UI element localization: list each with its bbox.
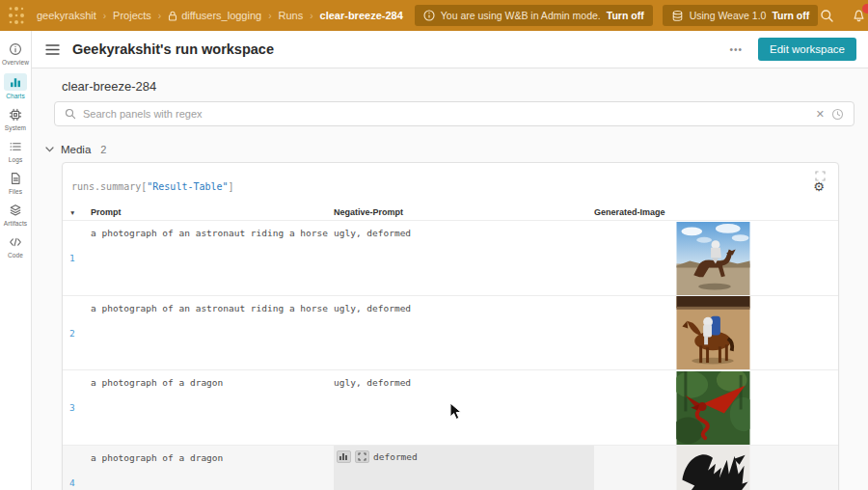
panel-query[interactable]: runs.summary["Result-Table"] [71,181,234,192]
table-row[interactable]: 2 a photograph of an astronaut riding a … [63,295,838,370]
negative-prompt-cell[interactable]: ugly, deformed [334,303,411,313]
sidebar-item-label: Files [9,188,22,195]
admin-turn-off-button[interactable]: Turn off [607,10,644,21]
wandb-logo[interactable] [0,0,33,31]
media-section-header[interactable]: Media 2 [45,144,106,155]
weave-turn-off-button[interactable]: Turn off [772,10,809,21]
hamburger-menu-icon[interactable] [45,43,60,56]
column-header-negative-prompt[interactable]: Negative-Prompt [334,207,403,217]
search-icon[interactable] [818,7,835,24]
top-navbar: geekyrakshit › Projects › diffusers_logg… [0,0,868,31]
admin-banner-text: You are using W&B in Admin mode. [441,10,601,21]
panel-search-bar: ✕ [54,101,854,126]
weave-banner-text: Using Weave 1.0 [690,10,767,21]
negative-prompt-cell[interactable]: ugly, deformed [334,228,411,238]
topbar-actions: ? [818,5,868,26]
negative-prompt-cell-hovered[interactable]: deformed [334,446,594,490]
more-options-button[interactable]: ••• [730,44,744,55]
histogram-icon[interactable] [337,450,351,463]
negative-prompt-cell[interactable]: ugly, deformed [334,377,411,388]
sidebar-item-system[interactable]: System [0,107,32,131]
sidebar-item-label: Logs [9,156,23,163]
table-header: ▼ Prompt Negative-Prompt Generated-Image [63,207,838,221]
row-index[interactable]: 4 [69,477,75,488]
info-circle-icon [7,41,24,57]
table-body: 1 a photograph of an astronaut riding a … [63,220,838,490]
lock-icon [168,11,177,21]
clear-search-icon[interactable]: ✕ [816,108,825,121]
breadcrumb-runs[interactable]: Runs [279,10,304,21]
breadcrumb-projects[interactable]: Projects [113,10,151,21]
sidebar-item-label: Code [8,252,23,259]
sidebar-item-files[interactable]: Files [0,171,32,195]
search-input[interactable] [83,108,809,120]
weave-banner: Using Weave 1.0 Turn off [663,5,819,26]
table-row[interactable]: 3 a photograph of a dragon ugly, deforme… [63,369,838,445]
breadcrumb-separator: › [158,11,161,21]
query-key: "Result-Table" [147,181,228,192]
edge-notification-dot [862,4,868,14]
wandb-dots-icon [4,3,29,28]
sort-caret-icon[interactable]: ▼ [69,209,75,216]
row-index[interactable]: 3 [69,402,75,413]
media-section-count: 2 [100,144,106,155]
run-sidebar: Overview Charts System Logs Files Artifa… [0,31,32,490]
workspace-header: Geekyrakshit's run workspace ••• Edit wo… [32,31,868,68]
column-header-prompt[interactable]: Prompt [91,207,122,217]
run-name: clear-breeze-284 [62,79,156,94]
page-title: Geekyrakshit's run workspace [72,41,274,57]
prompt-cell[interactable]: a photograph of a dragon [91,377,223,388]
sidebar-item-label: Charts [6,93,25,99]
code-icon [7,234,24,250]
gear-icon[interactable]: ⚙ [813,180,825,193]
layers-icon [7,203,24,218]
prompt-cell[interactable]: a photograph of a dragon [91,452,223,463]
generated-image[interactable] [676,446,750,490]
breadcrumb-project[interactable]: diffusers_logging [168,10,261,21]
table-row[interactable]: 4 a photograph of a dragon deformed [63,445,838,490]
column-header-generated-image[interactable]: Generated-Image [594,207,665,217]
sidebar-item-artifacts[interactable]: Artifacts [0,203,32,227]
row-index[interactable]: 1 [69,253,75,263]
list-icon [7,139,24,154]
result-table-panel: ⚙ runs.summary["Result-Table"] ▼ Prompt … [62,162,839,490]
bar-chart-icon [4,73,27,91]
breadcrumb: geekyrakshit › Projects › diffusers_logg… [37,10,403,21]
weave-icon [671,10,684,22]
table-row[interactable]: 1 a photograph of an astronaut riding a … [63,220,838,295]
history-clock-icon[interactable] [831,108,844,121]
expand-cell-icon[interactable] [355,450,369,463]
sidebar-item-label: System [5,124,26,131]
document-icon [7,171,24,186]
sidebar-item-label: Artifacts [4,220,27,227]
prompt-cell[interactable]: a photograph of an astronaut riding a ho… [91,303,328,313]
sidebar-item-overview[interactable]: Overview [0,41,32,66]
search-icon [65,108,76,120]
chevron-down-icon [45,147,54,152]
negative-prompt-text: deformed [373,450,418,462]
edit-workspace-button[interactable]: Edit workspace [758,38,856,61]
breadcrumb-separator: › [310,11,312,21]
generated-image[interactable] [676,371,750,445]
breadcrumb-entity[interactable]: geekyrakshit [37,10,96,21]
generated-image[interactable] [676,296,750,369]
admin-mode-banner: You are using W&B in Admin mode. Turn of… [415,5,653,26]
cpu-icon [7,107,24,122]
sidebar-item-logs[interactable]: Logs [0,139,32,163]
media-section-label: Media [61,144,91,155]
prompt-cell[interactable]: a photograph of an astronaut riding a ho… [91,228,328,238]
breadcrumb-separator: › [103,11,106,21]
row-index[interactable]: 2 [69,328,75,339]
info-icon [423,10,435,21]
generated-image[interactable] [676,222,750,295]
sidebar-item-code[interactable]: Code [0,234,32,259]
workspace-content: clear-breeze-284 ✕ Media 2 ⚙ runs.summar… [32,68,868,490]
sidebar-item-label: Overview [2,59,29,66]
breadcrumb-run-name[interactable]: clear-breeze-284 [320,10,403,21]
breadcrumb-separator: › [268,11,271,21]
sidebar-item-charts[interactable]: Charts [0,73,32,99]
